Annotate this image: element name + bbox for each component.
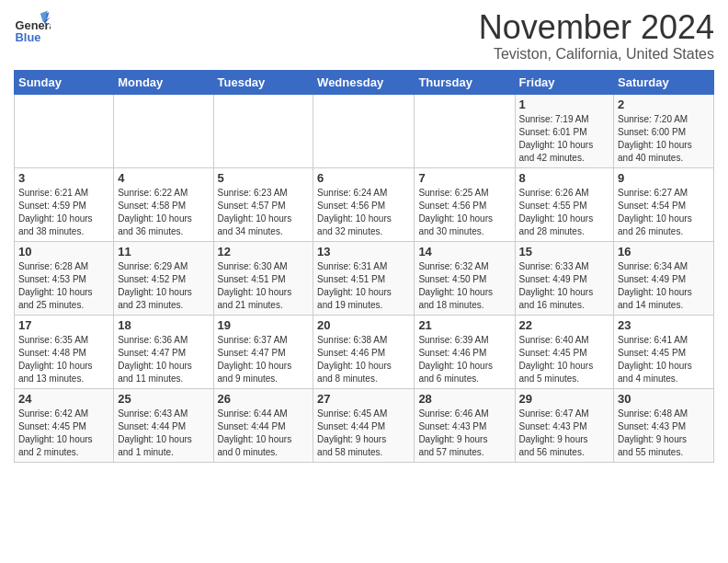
day-number: 28 bbox=[418, 392, 510, 406]
day-info: Sunrise: 6:35 AM Sunset: 4:48 PM Dayligh… bbox=[18, 334, 109, 385]
day-number: 1 bbox=[519, 98, 610, 111]
day-info: Sunrise: 6:47 AM Sunset: 4:43 PM Dayligh… bbox=[519, 408, 610, 459]
weekday-header-saturday: Saturday bbox=[614, 70, 714, 94]
day-cell: 24Sunrise: 6:42 AM Sunset: 4:45 PM Dayli… bbox=[15, 388, 114, 462]
day-info: Sunrise: 6:45 AM Sunset: 4:44 PM Dayligh… bbox=[317, 408, 410, 459]
day-cell: 25Sunrise: 6:43 AM Sunset: 4:44 PM Dayli… bbox=[114, 388, 213, 462]
day-info: Sunrise: 6:21 AM Sunset: 4:59 PM Dayligh… bbox=[18, 187, 109, 238]
day-info: Sunrise: 7:19 AM Sunset: 6:01 PM Dayligh… bbox=[519, 113, 610, 165]
day-number: 23 bbox=[618, 318, 710, 332]
day-cell: 9Sunrise: 6:27 AM Sunset: 4:54 PM Daylig… bbox=[614, 167, 714, 241]
day-number: 9 bbox=[618, 171, 710, 185]
day-cell: 5Sunrise: 6:23 AM Sunset: 4:57 PM Daylig… bbox=[213, 167, 313, 241]
day-number: 10 bbox=[18, 245, 109, 259]
logo-icon: General Blue bbox=[14, 9, 51, 46]
day-info: Sunrise: 6:25 AM Sunset: 4:56 PM Dayligh… bbox=[418, 187, 510, 238]
weekday-header-monday: Monday bbox=[114, 70, 213, 94]
day-number: 2 bbox=[618, 98, 710, 111]
day-info: Sunrise: 6:48 AM Sunset: 4:43 PM Dayligh… bbox=[618, 408, 710, 459]
week-row-3: 10Sunrise: 6:28 AM Sunset: 4:53 PM Dayli… bbox=[15, 241, 714, 315]
day-info: Sunrise: 6:22 AM Sunset: 4:58 PM Dayligh… bbox=[118, 187, 209, 238]
weekday-row: SundayMondayTuesdayWednesdayThursdayFrid… bbox=[15, 70, 714, 94]
day-number: 12 bbox=[218, 245, 310, 259]
weekday-header-friday: Friday bbox=[515, 70, 614, 94]
location: Teviston, California, United States bbox=[479, 46, 714, 63]
day-number: 19 bbox=[218, 318, 310, 332]
weekday-header-thursday: Thursday bbox=[415, 70, 515, 94]
day-cell: 6Sunrise: 6:24 AM Sunset: 4:56 PM Daylig… bbox=[313, 167, 415, 241]
day-cell: 19Sunrise: 6:37 AM Sunset: 4:47 PM Dayli… bbox=[213, 315, 313, 388]
day-info: Sunrise: 6:31 AM Sunset: 4:51 PM Dayligh… bbox=[317, 260, 410, 312]
weekday-header-wednesday: Wednesday bbox=[313, 70, 415, 94]
day-info: Sunrise: 6:43 AM Sunset: 4:44 PM Dayligh… bbox=[118, 408, 209, 459]
day-number: 5 bbox=[218, 171, 310, 185]
day-number: 24 bbox=[18, 392, 109, 406]
day-info: Sunrise: 6:37 AM Sunset: 4:47 PM Dayligh… bbox=[218, 334, 310, 385]
day-info: Sunrise: 6:34 AM Sunset: 4:49 PM Dayligh… bbox=[618, 260, 710, 312]
day-cell: 28Sunrise: 6:46 AM Sunset: 4:43 PM Dayli… bbox=[415, 388, 515, 462]
day-number: 29 bbox=[519, 392, 610, 406]
day-cell: 17Sunrise: 6:35 AM Sunset: 4:48 PM Dayli… bbox=[15, 315, 114, 388]
day-cell: 1Sunrise: 7:19 AM Sunset: 6:01 PM Daylig… bbox=[515, 94, 614, 167]
day-cell bbox=[415, 94, 515, 167]
day-cell: 8Sunrise: 6:26 AM Sunset: 4:55 PM Daylig… bbox=[515, 167, 614, 241]
day-info: Sunrise: 6:38 AM Sunset: 4:46 PM Dayligh… bbox=[317, 334, 410, 385]
day-number: 21 bbox=[418, 318, 510, 332]
day-number: 8 bbox=[519, 171, 610, 185]
week-row-4: 17Sunrise: 6:35 AM Sunset: 4:48 PM Dayli… bbox=[15, 315, 714, 388]
day-cell: 27Sunrise: 6:45 AM Sunset: 4:44 PM Dayli… bbox=[313, 388, 415, 462]
day-number: 20 bbox=[317, 318, 410, 332]
day-number: 15 bbox=[519, 245, 610, 259]
week-row-2: 3Sunrise: 6:21 AM Sunset: 4:59 PM Daylig… bbox=[15, 167, 714, 241]
day-cell: 23Sunrise: 6:41 AM Sunset: 4:45 PM Dayli… bbox=[614, 315, 714, 388]
day-cell: 7Sunrise: 6:25 AM Sunset: 4:56 PM Daylig… bbox=[415, 167, 515, 241]
day-cell: 13Sunrise: 6:31 AM Sunset: 4:51 PM Dayli… bbox=[313, 241, 415, 315]
day-info: Sunrise: 6:42 AM Sunset: 4:45 PM Dayligh… bbox=[18, 408, 109, 459]
day-number: 14 bbox=[418, 245, 510, 259]
day-info: Sunrise: 6:27 AM Sunset: 4:54 PM Dayligh… bbox=[618, 187, 710, 238]
title-section: November 2024 Teviston, California, Unit… bbox=[479, 9, 714, 63]
day-cell: 29Sunrise: 6:47 AM Sunset: 4:43 PM Dayli… bbox=[515, 388, 614, 462]
day-info: Sunrise: 6:23 AM Sunset: 4:57 PM Dayligh… bbox=[218, 187, 310, 238]
day-info: Sunrise: 6:36 AM Sunset: 4:47 PM Dayligh… bbox=[118, 334, 209, 385]
header: General Blue November 2024 Teviston, Cal… bbox=[14, 9, 714, 63]
day-info: Sunrise: 6:26 AM Sunset: 4:55 PM Dayligh… bbox=[519, 187, 610, 238]
day-info: Sunrise: 6:29 AM Sunset: 4:52 PM Dayligh… bbox=[118, 260, 209, 312]
day-info: Sunrise: 6:46 AM Sunset: 4:43 PM Dayligh… bbox=[418, 408, 510, 459]
day-cell bbox=[313, 94, 415, 167]
day-info: Sunrise: 6:40 AM Sunset: 4:45 PM Dayligh… bbox=[519, 334, 610, 385]
day-cell: 20Sunrise: 6:38 AM Sunset: 4:46 PM Dayli… bbox=[313, 315, 415, 388]
day-info: Sunrise: 6:39 AM Sunset: 4:46 PM Dayligh… bbox=[418, 334, 510, 385]
week-row-1: 1Sunrise: 7:19 AM Sunset: 6:01 PM Daylig… bbox=[15, 94, 714, 167]
day-cell: 22Sunrise: 6:40 AM Sunset: 4:45 PM Dayli… bbox=[515, 315, 614, 388]
day-number: 16 bbox=[618, 245, 710, 259]
day-cell: 2Sunrise: 7:20 AM Sunset: 6:00 PM Daylig… bbox=[614, 94, 714, 167]
day-cell bbox=[114, 94, 213, 167]
day-cell bbox=[15, 94, 114, 167]
week-row-5: 24Sunrise: 6:42 AM Sunset: 4:45 PM Dayli… bbox=[15, 388, 714, 462]
day-cell: 11Sunrise: 6:29 AM Sunset: 4:52 PM Dayli… bbox=[114, 241, 213, 315]
day-info: Sunrise: 6:28 AM Sunset: 4:53 PM Dayligh… bbox=[18, 260, 109, 312]
day-info: Sunrise: 6:44 AM Sunset: 4:44 PM Dayligh… bbox=[218, 408, 310, 459]
day-cell: 18Sunrise: 6:36 AM Sunset: 4:47 PM Dayli… bbox=[114, 315, 213, 388]
day-info: Sunrise: 6:30 AM Sunset: 4:51 PM Dayligh… bbox=[218, 260, 310, 312]
logo: General Blue bbox=[14, 9, 51, 46]
day-cell: 21Sunrise: 6:39 AM Sunset: 4:46 PM Dayli… bbox=[415, 315, 515, 388]
day-number: 11 bbox=[118, 245, 209, 259]
day-number: 3 bbox=[18, 171, 109, 185]
day-cell: 12Sunrise: 6:30 AM Sunset: 4:51 PM Dayli… bbox=[213, 241, 313, 315]
day-number: 6 bbox=[317, 171, 410, 185]
day-cell: 15Sunrise: 6:33 AM Sunset: 4:49 PM Dayli… bbox=[515, 241, 614, 315]
day-info: Sunrise: 6:41 AM Sunset: 4:45 PM Dayligh… bbox=[618, 334, 710, 385]
day-cell: 3Sunrise: 6:21 AM Sunset: 4:59 PM Daylig… bbox=[15, 167, 114, 241]
day-number: 25 bbox=[118, 392, 209, 406]
day-info: Sunrise: 6:32 AM Sunset: 4:50 PM Dayligh… bbox=[418, 260, 510, 312]
day-info: Sunrise: 6:33 AM Sunset: 4:49 PM Dayligh… bbox=[519, 260, 610, 312]
day-number: 26 bbox=[218, 392, 310, 406]
weekday-header-sunday: Sunday bbox=[15, 70, 114, 94]
day-number: 27 bbox=[317, 392, 410, 406]
day-cell bbox=[213, 94, 313, 167]
day-cell: 26Sunrise: 6:44 AM Sunset: 4:44 PM Dayli… bbox=[213, 388, 313, 462]
svg-text:Blue: Blue bbox=[16, 30, 41, 44]
day-cell: 4Sunrise: 6:22 AM Sunset: 4:58 PM Daylig… bbox=[114, 167, 213, 241]
